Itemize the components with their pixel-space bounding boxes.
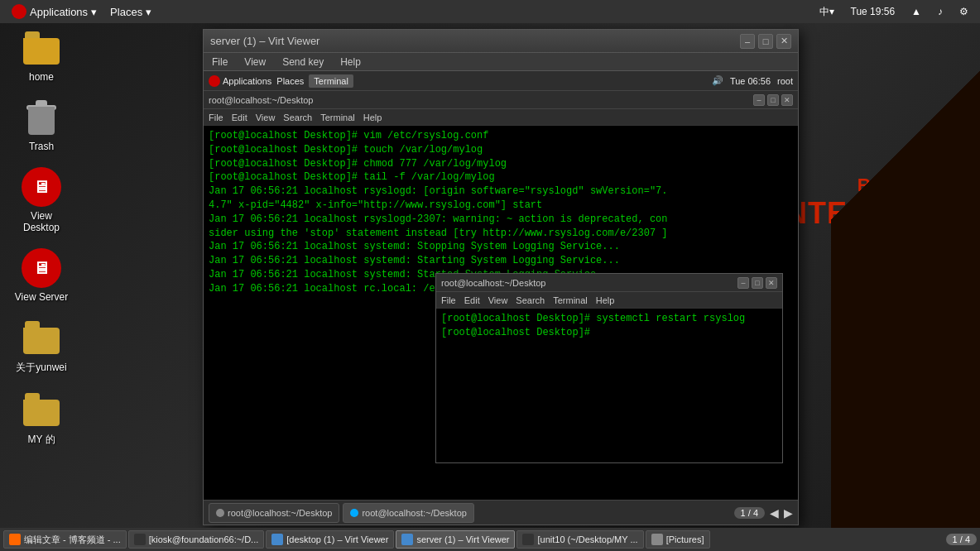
term-line-6: Jan 17 06:56:21 localhost rsyslogd-2307:… — [209, 213, 793, 227]
taskbar-label-1: [kiosk@foundation66:~/D... — [149, 534, 259, 544]
term-help-menu[interactable]: Help — [363, 113, 382, 122]
term-line-2: [root@localhost Desktop]# chmod 777 /var… — [209, 157, 793, 171]
taskbar-item-0[interactable]: 编辑文章 - 博客频道 - ... — [3, 530, 127, 549]
close-button[interactable]: ✕ — [776, 34, 791, 49]
inner-places-label: Places — [276, 76, 304, 86]
top-panel-right: 中▾ Tue 19:56 ▲ ♪ ⚙ — [814, 3, 974, 21]
tab-dot-0 — [216, 509, 224, 517]
terminal-fg: root@localhost:~/Desktop – □ ✕ File Edit… — [435, 273, 783, 463]
virt-tab-label-1: root@localhost:~/Desktop — [362, 508, 466, 518]
places-arrow: ▾ — [146, 6, 151, 18]
taskbar-label-3: server (1) – Virt Viewer — [416, 534, 509, 544]
view-server-label: View Server — [15, 291, 68, 303]
term-line-4: Jan 17 06:56:21 localhost rsyslogd: [ori… — [209, 184, 793, 199]
virt-page-badge: 1 / 4 — [734, 507, 765, 519]
maximize-button[interactable]: □ — [758, 34, 773, 49]
term-line-0: [root@localhost Desktop]# vim /etc/rsysl… — [209, 129, 793, 143]
inner-terminal-label: Terminal — [314, 76, 348, 86]
redhat-icon — [12, 4, 26, 19]
term-line-9: Jan 17 06:56:21 localhost systemd: Start… — [209, 254, 793, 268]
term-maximize-btn[interactable]: □ — [767, 94, 779, 106]
home-label: home — [29, 71, 54, 83]
my-label: MY 的 — [27, 433, 55, 447]
desktop-icon-trash[interactable]: Trash — [8, 94, 74, 156]
virt-file-menu[interactable]: File — [209, 55, 231, 69]
about-yunwei-label: 关于yunwei — [16, 361, 66, 375]
places-label: Places — [110, 6, 142, 18]
terminal-main-buttons: – □ ✕ — [753, 94, 793, 106]
term-fg-terminal-menu[interactable]: Terminal — [553, 295, 588, 305]
inner-audio-icon: 🔊 — [712, 75, 723, 86]
virt-bottom-bar: root@localhost:~/Desktop root@localhost:… — [204, 500, 798, 525]
virt-nav-left[interactable]: ◀ — [770, 506, 779, 520]
diagonal-decoration — [798, 23, 980, 528]
term-file-menu[interactable]: File — [209, 113, 223, 122]
term-fg-maximize-btn[interactable]: □ — [752, 277, 763, 289]
top-panel: Applications ▾ Places ▾ 中▾ Tue 19:56 ▲ ♪… — [0, 0, 980, 23]
inner-user: root — [777, 76, 793, 86]
taskbar-icon-1 — [134, 534, 146, 545]
taskbar-icon-3 — [401, 534, 413, 545]
my-icon — [22, 390, 61, 429]
virt-sendkey-menu[interactable]: Send key — [279, 55, 327, 69]
term-line-3: [root@localhost Desktop]# tail -f /var/l… — [209, 170, 793, 184]
term-fg-help-menu[interactable]: Help — [596, 295, 615, 305]
term-search-menu[interactable]: Search — [283, 113, 312, 122]
virt-help-menu[interactable]: Help — [337, 55, 364, 69]
inner-applications-btn[interactable]: Applications — [209, 75, 271, 87]
inner-applications-label: Applications — [223, 76, 271, 86]
desktop-icon-view-desktop[interactable]: 🖥 View Desktop — [8, 164, 74, 237]
taskbar-item-1[interactable]: [kiosk@foundation66:~/D... — [128, 530, 265, 549]
taskbar: 编辑文章 - 博客频道 - ... [kiosk@foundation66:~/… — [0, 528, 980, 551]
applications-menu[interactable]: Applications ▾ — [7, 2, 102, 21]
term-fg-file-menu[interactable]: File — [441, 295, 456, 305]
desktop-icon-view-server[interactable]: 🖥 View Server — [8, 245, 74, 306]
home-icon — [22, 28, 61, 68]
taskbar-icon-0 — [9, 534, 21, 545]
term-view-menu[interactable]: View — [256, 113, 276, 122]
virt-view-menu[interactable]: View — [241, 55, 269, 69]
input-indicator[interactable]: 中▾ — [814, 3, 839, 21]
desktop-icon-home[interactable]: home — [8, 25, 74, 86]
taskbar-label-2: [desktop (1) – Virt Viewer — [286, 534, 388, 544]
taskbar-item-3[interactable]: server (1) – Virt Viewer — [396, 530, 515, 549]
term-terminal-menu[interactable]: Terminal — [320, 113, 355, 122]
taskbar-item-4[interactable]: [unit10 (~/Desktop/MY ... — [516, 530, 643, 549]
inner-panel-right: 🔊 Tue 06:56 root — [712, 75, 793, 86]
terminal-fg-content[interactable]: [root@localhost Desktop]# systemctl rest… — [436, 309, 782, 462]
virt-tab-0[interactable]: root@localhost:~/Desktop — [209, 503, 339, 523]
term-fg-minimize-btn[interactable]: – — [737, 277, 749, 289]
taskbar-right: 1 / 4 — [946, 534, 977, 545]
trash-icon — [22, 98, 61, 137]
inner-terminal-btn[interactable]: Terminal — [309, 74, 353, 88]
virt-nav-right[interactable]: ▶ — [784, 506, 793, 520]
term-minimize-btn[interactable]: – — [753, 94, 765, 106]
minimize-button[interactable]: – — [740, 34, 755, 49]
terminal-fg-menubar: File Edit View Search Terminal Help — [436, 292, 782, 309]
term-edit-menu[interactable]: Edit — [232, 113, 247, 122]
terminal-container: root@localhost:~/Desktop – □ ✕ File Edit… — [204, 91, 798, 525]
wifi-icon: ▲ — [906, 4, 926, 19]
term-line-7: sider using the 'stop' statement instead… — [209, 227, 793, 241]
desktop-icon-about-yunwei[interactable]: 关于yunwei — [8, 314, 74, 378]
virt-tab-right: 1 / 4 ◀ ▶ — [734, 506, 793, 520]
system-icon[interactable]: ⚙ — [954, 4, 973, 19]
taskbar-item-2[interactable]: [desktop (1) – Virt Viewer — [266, 530, 394, 549]
terminal-fg-title: root@localhost:~/Desktop — [441, 278, 545, 288]
desktop-icon-my[interactable]: MY 的 — [8, 386, 74, 450]
taskbar-item-5[interactable]: [Pictures] — [646, 530, 710, 549]
taskbar-icon-5 — [651, 534, 663, 545]
term-fg-edit-menu[interactable]: Edit — [464, 295, 480, 305]
term-close-btn[interactable]: ✕ — [781, 94, 793, 106]
term-fg-view-menu[interactable]: View — [488, 295, 508, 305]
virt-tab-1[interactable]: root@localhost:~/Desktop — [343, 503, 473, 523]
inner-panel-left: Applications Places Terminal — [209, 74, 353, 88]
places-menu[interactable]: Places ▾ — [105, 4, 156, 20]
terminal-main-title: root@localhost:~/Desktop — [209, 95, 313, 105]
term-line-1: [root@localhost Desktop]# touch /var/log… — [209, 143, 793, 157]
term-fg-search-menu[interactable]: Search — [516, 295, 545, 305]
volume-icon[interactable]: ♪ — [933, 4, 948, 19]
term-fg-line-1: [root@localhost Desktop]# — [441, 326, 777, 340]
inner-places-btn[interactable]: Places — [276, 76, 304, 86]
term-fg-close-btn[interactable]: ✕ — [766, 277, 777, 289]
